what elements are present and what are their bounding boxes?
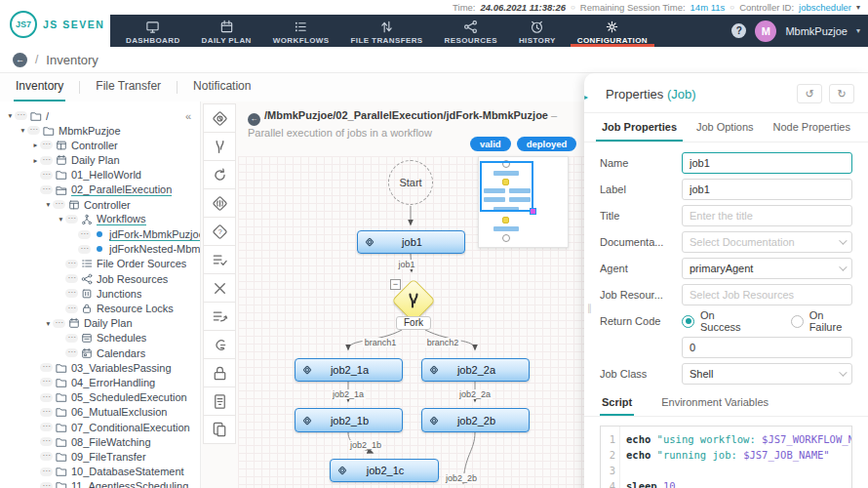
tree-caret-icon[interactable]: ▸ bbox=[31, 156, 40, 165]
minimap-resize-handle[interactable] bbox=[530, 208, 536, 215]
tab-node-properties[interactable]: Node Properties bbox=[767, 113, 856, 142]
script-editor[interactable]: 1234 echo "using workflow: $JS7_WORKFLOW… bbox=[600, 426, 852, 488]
panel-resize-handle[interactable]: ∥ bbox=[587, 303, 592, 313]
node-job2-2a[interactable]: job2_2a bbox=[421, 358, 530, 382]
consume-notices-tool[interactable] bbox=[203, 330, 236, 359]
item-menu-icon[interactable]: ⋯ bbox=[27, 126, 40, 135]
tree-item-08-filewatching[interactable]: ⋯08_FileWatching bbox=[0, 434, 200, 449]
tab-script[interactable]: Script bbox=[600, 389, 634, 416]
tree-item-jdfork-mbmkpuzjoe[interactable]: ⋯jdFork-MbmkPuzjoe bbox=[0, 227, 200, 242]
tree-item-junctions[interactable]: ⋯Junctions bbox=[0, 286, 200, 301]
tree-item-05-scheduledexecution[interactable]: ⋯05_ScheduledExecution bbox=[0, 390, 200, 405]
item-menu-icon[interactable]: ⋯ bbox=[40, 171, 53, 180]
item-menu-icon[interactable]: ⋯ bbox=[40, 408, 53, 417]
job-class-select[interactable]: Shell bbox=[682, 363, 852, 385]
post-notices-tool[interactable] bbox=[203, 302, 236, 331]
chevron-down-icon[interactable]: ▾ bbox=[856, 3, 860, 12]
retry-tool[interactable] bbox=[203, 160, 236, 189]
tree-item-job-resources[interactable]: ⋯Job Resources bbox=[0, 271, 200, 286]
documentation-select[interactable]: Select Documentation bbox=[682, 231, 852, 253]
item-menu-icon[interactable]: ⋯ bbox=[40, 141, 53, 149]
if-tool[interactable]: ? bbox=[203, 217, 236, 246]
tree-item-06-mutualexclusion[interactable]: ⋯06_MutualExclusion bbox=[0, 405, 200, 420]
item-menu-icon[interactable]: ⋯ bbox=[78, 245, 91, 254]
tree-item-calendars[interactable]: ⋯Calendars bbox=[0, 346, 200, 360]
item-menu-icon[interactable]: ⋯ bbox=[65, 334, 78, 343]
fork-tool[interactable] bbox=[203, 132, 236, 161]
fail-tool[interactable] bbox=[203, 273, 236, 303]
node-job1[interactable]: job1 bbox=[357, 230, 465, 254]
tab-file-transfer[interactable]: File Transfer bbox=[94, 73, 163, 102]
tree-item-03-variablespassing[interactable]: ⋯03_VariablesPassing bbox=[0, 360, 200, 375]
tree-caret-icon[interactable]: ▾ bbox=[44, 319, 53, 328]
finish-tool[interactable] bbox=[203, 188, 236, 218]
return-code-field[interactable] bbox=[682, 337, 852, 358]
item-menu-icon[interactable]: ⋯ bbox=[78, 230, 91, 239]
item-menu-icon[interactable]: ⋯ bbox=[40, 156, 53, 165]
tree-caret-icon[interactable]: ▸ bbox=[31, 141, 40, 149]
node-start[interactable]: Start bbox=[388, 160, 433, 205]
item-menu-icon[interactable]: ⋯ bbox=[40, 378, 53, 386]
nav-item-resources[interactable]: RESOURCES bbox=[434, 15, 508, 47]
breadcrumb-current[interactable]: Inventory bbox=[46, 53, 98, 67]
agent-select[interactable]: primaryAgent bbox=[682, 258, 852, 279]
tree-item-resource-locks[interactable]: ⋯Resource Locks bbox=[0, 301, 200, 315]
tree-item-11-agentlessscheduling[interactable]: ⋯11_AgentlessScheduling bbox=[0, 479, 200, 488]
tree-item-controller[interactable]: ▸⋯Controller bbox=[0, 138, 200, 152]
item-menu-icon[interactable]: ⋯ bbox=[40, 185, 53, 194]
tree-item-mbmkpuzjoe[interactable]: ▾⋯MbmkPuzjoe bbox=[0, 123, 200, 138]
collapse-fork-icon[interactable]: − bbox=[390, 279, 401, 290]
tree-caret-icon[interactable]: ▾ bbox=[44, 200, 53, 209]
back-icon[interactable]: ← bbox=[248, 113, 260, 126]
redo-button[interactable]: ↻ bbox=[829, 84, 854, 103]
nav-item-workflows[interactable]: WORKFLOWS bbox=[262, 15, 340, 47]
tree-item-04-errorhandling[interactable]: ⋯04_ErrorHandling bbox=[0, 375, 200, 389]
node-job2-2b[interactable]: job2_2b bbox=[421, 408, 530, 432]
item-menu-icon[interactable]: ⋯ bbox=[15, 111, 27, 120]
chevron-down-icon[interactable]: ▾ bbox=[856, 26, 860, 35]
nav-item-daily-plan[interactable]: DAILY PLAN bbox=[191, 15, 262, 47]
tree-item-02-parallelexecution[interactable]: ⋯02_ParallelExecution bbox=[0, 183, 200, 197]
paste-tool[interactable] bbox=[203, 415, 236, 444]
node-job2-1b[interactable]: job2_1b bbox=[295, 408, 403, 432]
on-success-radio[interactable] bbox=[682, 315, 694, 328]
undo-button[interactable]: ↺ bbox=[797, 84, 822, 103]
item-menu-icon[interactable]: ⋯ bbox=[53, 319, 65, 328]
node-job2-1c[interactable]: job2_1c bbox=[330, 459, 439, 482]
panel-collapse-icon[interactable]: ▸ bbox=[584, 87, 596, 106]
title-field[interactable] bbox=[682, 205, 852, 226]
item-menu-icon[interactable]: ⋯ bbox=[65, 274, 78, 283]
tab-job-options[interactable]: Job Options bbox=[690, 113, 760, 142]
tree-item-daily-plan[interactable]: ▾⋯Daily Plan bbox=[0, 316, 200, 331]
node-job2-1a[interactable]: job2_1a bbox=[295, 358, 403, 382]
item-menu-icon[interactable]: ⋯ bbox=[53, 200, 65, 209]
tab-inventory[interactable]: Inventory bbox=[14, 73, 65, 102]
tree-item-07-conditionalexecution[interactable]: ⋯07_ConditionalExecution bbox=[0, 420, 200, 434]
tab-notification[interactable]: Notification bbox=[191, 73, 253, 102]
app-logo[interactable]: JS7 JS SEVEN bbox=[0, 2, 110, 47]
item-menu-icon[interactable]: ⋯ bbox=[40, 393, 53, 402]
item-menu-icon[interactable]: ⋯ bbox=[40, 468, 53, 476]
tree-item-schedules[interactable]: ⋯Schedules bbox=[0, 331, 200, 346]
minimap[interactable] bbox=[478, 156, 569, 248]
tree-caret-icon[interactable]: ▾ bbox=[57, 215, 65, 224]
tree-item-01-helloworld[interactable]: ⋯01_HelloWorld bbox=[0, 168, 200, 183]
tree-item-09-filetransfer[interactable]: ⋯09_FileTransfer bbox=[0, 449, 200, 464]
tree-item-file-order-sources[interactable]: ⋯File Order Sources bbox=[0, 257, 200, 271]
editor-code[interactable]: echo "using workflow: $JS7_WORKFLOW_NAME… bbox=[620, 427, 851, 488]
item-menu-icon[interactable]: ⋯ bbox=[40, 482, 53, 488]
job-tool[interactable] bbox=[203, 103, 236, 133]
nav-item-configuration[interactable]: CONFIGURATION bbox=[567, 15, 658, 47]
item-menu-icon[interactable]: ⋯ bbox=[65, 289, 78, 298]
label-field[interactable] bbox=[682, 179, 852, 200]
tab-job-properties[interactable]: Job Properties bbox=[596, 113, 683, 142]
item-menu-icon[interactable]: ⋯ bbox=[40, 437, 53, 446]
tree-item-10-databasestatement[interactable]: ⋯10_DatabaseStatement bbox=[0, 465, 200, 479]
minimap-viewport[interactable] bbox=[480, 161, 533, 212]
item-menu-icon[interactable]: ⋯ bbox=[65, 348, 78, 357]
collapse-tree-icon[interactable]: « bbox=[185, 110, 191, 122]
on-failure-radio[interactable] bbox=[791, 315, 804, 328]
file-order-tool[interactable] bbox=[203, 386, 236, 416]
back-icon[interactable]: ← bbox=[13, 53, 27, 67]
avatar[interactable]: M bbox=[755, 20, 776, 42]
